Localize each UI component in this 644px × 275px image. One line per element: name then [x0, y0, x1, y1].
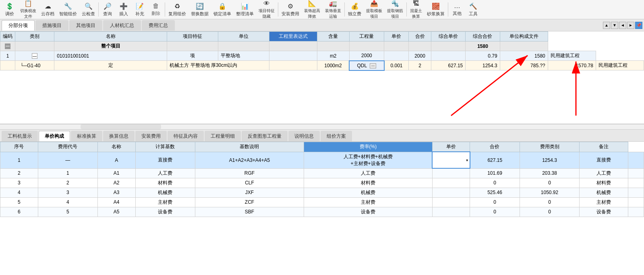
detail-cell-name-5: 主材费 [135, 197, 195, 207]
detail-cell-name-3: 材料费 [135, 178, 195, 188]
detail-cell-cat-4: 机械费 [580, 188, 628, 197]
main-tabbar: 分部分项 措施项目 其他项目 人材机汇总 费用汇总 ▲ ▼ ◄ ► 📌 [0, 19, 644, 31]
tab-install-fee[interactable]: 安装费用 [135, 131, 167, 141]
detail-cell-base-5: ZCF [195, 197, 304, 207]
main-table: 编码 类别 名称 项目特征 单位 工程里表达式 含量 工程量 单价 合价 综合单… [0, 31, 644, 71]
detail-cell-unit-price-6: 0 [470, 207, 520, 217]
concrete-calc-icon: 🏗 [413, 0, 419, 7]
cell-sub-type: 定 [54, 61, 167, 70]
col-header-工程里表达式: 工程里表达式 [269, 32, 317, 41]
detail-cell-code-6: 5 [38, 207, 97, 217]
cell-minus-expand[interactable]: — [15, 51, 54, 61]
tab-cuoshixiangmu[interactable]: 措施项目 [35, 20, 68, 31]
cell-sub-unit: 1000m2 [317, 61, 349, 70]
col-header-含量: 含量 [317, 32, 349, 41]
detail-cell-unit-price-2: 101.69 [470, 168, 520, 178]
toolbar-concrete-calc[interactable]: 🏗 混凝土 换算 [408, 1, 425, 18]
detail-col-base-desc: 基数说明 [195, 142, 304, 152]
toolbar-independent-fee[interactable]: 💰 独立费 [346, 1, 364, 18]
cell-empty5 [317, 41, 349, 51]
toolbar-extract-template[interactable]: 📤 提取模板 项目 [364, 1, 385, 18]
supplement-icon: 📝 [136, 2, 144, 10]
tab-fenbufenxiang[interactable]: 分部分项 [2, 20, 35, 31]
col-header-编码: 编码 [0, 32, 15, 41]
tab-danjia-construct[interactable]: 单价构成 [39, 131, 70, 141]
toolbar-replace-data[interactable]: 🔄 替换数据 [188, 1, 211, 18]
detail-cell-base-desc-6: 设备费 [304, 207, 432, 217]
toolbar-tools[interactable]: 🔨 工具 [465, 1, 481, 18]
detail-table-row: 4 3 A3 机械费 JXF 机械费 525.46 1050.92 机械费 [0, 188, 644, 197]
toolbar-extract-rebar[interactable]: 🔩 提取钢筋 项目 [385, 1, 406, 18]
tab-standard-calc[interactable]: 标准换算 [71, 131, 102, 141]
tab-feature-content[interactable]: 特征及内容 [168, 131, 204, 141]
detail-cell-note-2 [628, 168, 644, 178]
tab-reverse-check[interactable]: 反查图形工程量 [242, 131, 288, 141]
detail-cell-cat-2: 人工费 [580, 168, 628, 178]
detail-cell-cat-3: 材料费 [580, 178, 628, 188]
col-header-单位构成文件: 单位构成文件 [500, 32, 548, 41]
cell-minus[interactable]: — [0, 41, 15, 51]
arrow-left[interactable]: ◄ [619, 22, 626, 29]
cell-empty6 [349, 41, 384, 51]
toolbar-cloud-save[interactable]: ☁ 云存档 [39, 1, 57, 18]
table-row: 1 — 010101001001 项 平整场地 m2 2000 2000 0.7… [0, 51, 644, 61]
toolbar-switch-tax[interactable]: 📋 切换税改 文件 [18, 1, 39, 18]
toolbar-install-cost[interactable]: ⚙ 安装费用 [279, 1, 302, 18]
tab-qitaxiangmu[interactable]: 其他项目 [69, 20, 102, 31]
detail-cell-rate-1[interactable]: ▼ [432, 152, 470, 168]
toolbar-query[interactable]: 🔎 查询 [99, 1, 116, 18]
toolbar-insert[interactable]: ➕ 插入 [116, 1, 132, 18]
tab-feiyonghuizong[interactable]: 费用汇总 [142, 20, 175, 31]
detail-col-seq: 序号 [0, 142, 38, 152]
detail-col-cat: 费用类别 [520, 142, 579, 152]
toolbar-delete[interactable]: 🗑 删除 [148, 1, 164, 18]
detail-cell-name-code-1: A [97, 152, 135, 168]
detail-cell-name-code-2: A1 [97, 168, 135, 178]
tab-calc-info[interactable]: 换算信息 [103, 131, 135, 141]
insert-icon: ➕ [120, 2, 128, 10]
tab-group-plan[interactable]: 组价方案 [321, 131, 352, 141]
toolbar-sep-1 [98, 2, 99, 17]
tab-gongliaoji[interactable]: 工料机显示 [2, 131, 38, 141]
detail-cell-total-4: 1050.92 [520, 188, 579, 197]
col-header-名称: 名称 [54, 32, 167, 41]
cell-type: 项 [167, 51, 218, 61]
tab-qty-detail[interactable]: 工程量明细 [205, 131, 241, 141]
detail-cell-seq-5: 5 [0, 197, 38, 207]
toolbar-cloud-check[interactable]: 🔍 云检查 [79, 1, 97, 18]
cell-zhengge: 整个项目 [54, 41, 167, 51]
detail-table-row: 3 2 A2 材料费 CLF 材料费 0 0 材料费 [0, 178, 644, 188]
toolbar-smart-price[interactable]: 🔧 智能组价 [57, 1, 79, 18]
arrow-up[interactable]: ▲ [603, 22, 610, 29]
tab-rencaiji[interactable]: 人材机汇总 [103, 20, 141, 31]
toolbar-reuse-price[interactable]: ♻ 复用组价 [166, 1, 188, 18]
detail-cell-rate-4 [432, 188, 470, 197]
col-header-单位: 单位 [218, 32, 269, 41]
col-header-工程量: 工程量 [349, 32, 384, 41]
toolbar-sep-6 [448, 2, 448, 17]
toolbar-decor-high[interactable]: 📐 装饰超高 降效 [302, 1, 323, 18]
cloud-check-icon: 🔍 [85, 2, 93, 10]
detail-cell-rate-5 [432, 197, 470, 207]
horizontal-scrollbar[interactable] [0, 124, 644, 130]
toolbar-arrange-list[interactable]: 📊 整理清单 [234, 1, 256, 18]
page-wrapper: 💲 调价 📋 切换税改 文件 ☁ 云存档 🔧 智能组价 🔍 云检查 🔎 查询 ➕… [0, 0, 644, 275]
toolbar-lock-list[interactable]: 🔒 锁定清单 [211, 1, 234, 18]
arrow-pin[interactable]: 📌 [635, 22, 642, 29]
cell-empty10 [500, 41, 548, 51]
toolbar-sep-3 [278, 2, 278, 17]
toolbar-adjust-price[interactable]: 💲 调价 [2, 1, 18, 18]
toolbar-project-feature[interactable]: 👁 项目特征 隐藏 [256, 1, 277, 18]
toolbar-mortar-calc[interactable]: 🧱 砂浆换算 [425, 1, 447, 18]
detail-col-total: 合价 [470, 142, 520, 152]
cell-empty2 [167, 41, 218, 51]
arrow-down[interactable]: ▼ [611, 22, 618, 29]
toolbar-decor-vertical[interactable]: 🚛 装饰垂直 运输 [323, 1, 344, 18]
reuse-price-icon: ♻ [174, 2, 180, 10]
tab-desc-info[interactable]: 说明信息 [288, 131, 320, 141]
arrow-right[interactable]: ► [627, 22, 634, 29]
toolbar-other[interactable]: … 其他 [449, 1, 465, 18]
install-cost-icon: ⚙ [288, 2, 293, 10]
toolbar: 💲 调价 📋 切换税改 文件 ☁ 云存档 🔧 智能组价 🔍 云检查 🔎 查询 ➕… [0, 0, 644, 19]
toolbar-supplement[interactable]: 📝 补充 [132, 1, 148, 18]
